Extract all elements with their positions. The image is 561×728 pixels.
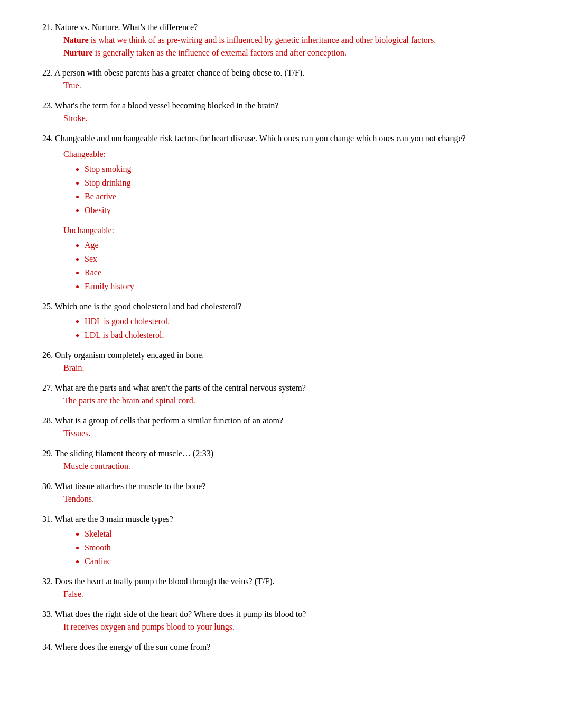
q34-text: 34. Where does the energy of the sun com… bbox=[42, 642, 210, 651]
list-item: LDL is bad cholesterol. bbox=[85, 329, 518, 342]
list-item: Age bbox=[85, 239, 518, 252]
question-33: 33. What does the right side of the hear… bbox=[42, 608, 518, 633]
q24-changeable-label: Changeable: bbox=[63, 148, 518, 161]
q30-answer: Tendons. bbox=[63, 493, 518, 505]
q24-text: 24. Changeable and unchangeable risk fac… bbox=[42, 134, 466, 143]
q31-answer-list: Skeletal Smooth Cardiac bbox=[85, 528, 518, 568]
q21-answer1-rest: is what we think of as pre-wiring and is… bbox=[89, 35, 436, 44]
question-28: 28. What is a group of cells that perfor… bbox=[42, 414, 518, 440]
q23-text: 23. What's the term for a blood vessel b… bbox=[42, 101, 278, 110]
main-content: 21. Nature vs. Nurture. What's the diffe… bbox=[42, 21, 518, 653]
list-item: HDL is good cholesterol. bbox=[85, 315, 518, 328]
question-26: 26. Only organism completely encaged in … bbox=[42, 349, 518, 374]
list-item: Skeletal bbox=[85, 528, 518, 540]
q33-answer: It receives oxygen and pumps blood to yo… bbox=[63, 621, 518, 633]
question-30: 30. What tissue attaches the muscle to t… bbox=[42, 480, 518, 505]
question-27: 27. What are the parts and what aren't t… bbox=[42, 382, 518, 407]
q24-unchangeable-list: Age Sex Race Family history bbox=[85, 239, 518, 293]
q22-answer: True. bbox=[63, 79, 518, 92]
question-29: 29. The sliding filament theory of muscl… bbox=[42, 447, 518, 473]
q30-text: 30. What tissue attaches the muscle to t… bbox=[42, 482, 205, 491]
question-22: 22. A person with obese parents has a gr… bbox=[42, 67, 518, 92]
q28-text: 28. What is a group of cells that perfor… bbox=[42, 416, 283, 425]
q26-answer: Brain. bbox=[63, 362, 518, 374]
list-item: Race bbox=[85, 266, 518, 279]
q32-answer: False. bbox=[63, 588, 518, 601]
q33-text: 33. What does the right side of the hear… bbox=[42, 610, 306, 619]
q21-answer1-bold: Nature bbox=[63, 35, 89, 44]
question-32: 32. Does the heart actually pump the blo… bbox=[42, 575, 518, 601]
q24-unchangeable-section: Unchangeable: Age Sex Race Family histor… bbox=[42, 224, 518, 293]
question-31: 31. What are the 3 main muscle types? Sk… bbox=[42, 513, 518, 568]
q25-text: 25. Which one is the good cholesterol an… bbox=[42, 302, 241, 311]
q27-answer: The parts are the brain and spinal cord. bbox=[63, 394, 518, 407]
q26-text: 26. Only organism completely encaged in … bbox=[42, 351, 204, 360]
q23-answer: Stroke. bbox=[63, 112, 518, 125]
list-item: Cardiac bbox=[85, 555, 518, 568]
q29-text: 29. The sliding filament theory of muscl… bbox=[42, 449, 213, 458]
q28-answer: Tissues. bbox=[63, 427, 518, 440]
q24-unchangeable-label: Unchangeable: bbox=[63, 224, 518, 237]
list-item: Stop drinking bbox=[85, 177, 518, 189]
q21-text: 21. Nature vs. Nurture. What's the diffe… bbox=[42, 23, 198, 32]
question-23: 23. What's the term for a blood vessel b… bbox=[42, 99, 518, 125]
q32-text: 32. Does the heart actually pump the blo… bbox=[42, 577, 274, 586]
q21-answer2-bold: Nurture bbox=[63, 48, 93, 57]
q25-answer-list: HDL is good cholesterol. LDL is bad chol… bbox=[85, 315, 518, 342]
q24-changeable-list: Stop smoking Stop drinking Be active Obe… bbox=[85, 163, 518, 217]
question-25: 25. Which one is the good cholesterol an… bbox=[42, 300, 518, 342]
list-item: Smooth bbox=[85, 541, 518, 554]
list-item: Be active bbox=[85, 190, 518, 203]
q21-answer2: Nurture is generally taken as the influe… bbox=[63, 47, 518, 59]
question-21: 21. Nature vs. Nurture. What's the diffe… bbox=[42, 21, 518, 59]
q21-answer2-rest: is generally taken as the influence of e… bbox=[93, 48, 347, 57]
list-item: Stop smoking bbox=[85, 163, 518, 176]
list-item: Family history bbox=[85, 280, 518, 293]
q29-answer: Muscle contraction. bbox=[63, 460, 518, 473]
question-34: 34. Where does the energy of the sun com… bbox=[42, 641, 518, 653]
q31-text: 31. What are the 3 main muscle types? bbox=[42, 514, 173, 523]
q24-changeable-section: Changeable: Stop smoking Stop drinking B… bbox=[42, 148, 518, 217]
q22-text: 22. A person with obese parents has a gr… bbox=[42, 68, 304, 77]
q27-text: 27. What are the parts and what aren't t… bbox=[42, 383, 306, 392]
list-item: Obesity bbox=[85, 204, 518, 217]
list-item: Sex bbox=[85, 253, 518, 265]
question-24: 24. Changeable and unchangeable risk fac… bbox=[42, 132, 518, 293]
q21-answer1: Nature is what we think of as pre-wiring… bbox=[63, 34, 518, 47]
